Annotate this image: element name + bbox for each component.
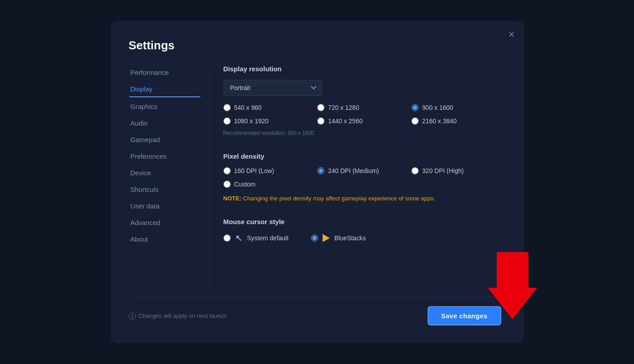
cursor-option-cur1[interactable]: ↖System default [223, 233, 289, 243]
resolution-label-r2: 720 x 1280 [328, 104, 359, 111]
mouse-cursor-section: Mouse cursor style ↖System defaultBlueSt… [223, 218, 501, 243]
resolution-option-r5[interactable]: 1440 x 2560 [317, 117, 407, 125]
info-icon: i [129, 312, 136, 320]
cursor-label-cur1: System default [247, 234, 289, 242]
bluestacks-cursor-icon [323, 234, 330, 242]
dpi-label-dpi4: Custom [234, 181, 256, 188]
cursor-options: ↖System defaultBlueStacks [223, 233, 501, 243]
sidebar-item-gamepad[interactable]: Gamepad [129, 132, 201, 147]
footer-note: i Changes will apply on next launch [129, 312, 227, 320]
dpi-option-dpi2[interactable]: 240 DPI (Medium) [317, 167, 407, 174]
resolution-dropdown[interactable]: PortraitLandscape [223, 80, 322, 96]
sidebar-item-device[interactable]: Device [129, 165, 201, 180]
dialog-title: Settings [129, 39, 501, 52]
display-resolution-title: Display resolution [223, 65, 501, 73]
dpi-option-dpi1[interactable]: 160 DPI (Low) [223, 167, 313, 174]
mouse-cursor-title: Mouse cursor style [223, 218, 501, 225]
recommendation-text: Recommended resolution: 900 x 1600 [223, 130, 501, 136]
resolution-option-r4[interactable]: 1080 x 1920 [223, 117, 313, 125]
sidebar-item-advanced[interactable]: Advanced [129, 215, 201, 230]
footer: i Changes will apply on next launch Save… [129, 297, 501, 325]
sidebar-item-audio[interactable]: Audio [129, 116, 201, 130]
resolution-label-r1: 540 x 960 [234, 104, 262, 111]
close-button[interactable]: × [509, 30, 515, 39]
pixel-density-note: NOTE: Changing the pixel density may aff… [223, 195, 501, 202]
sidebar-item-about[interactable]: About [129, 232, 201, 247]
resolution-option-r3[interactable]: 900 x 1600 [411, 104, 501, 111]
dpi-label-dpi2: 240 DPI (Medium) [328, 167, 379, 174]
resolution-option-r6[interactable]: 2160 x 3840 [411, 117, 501, 125]
footer-note-text: Changes will apply on next launch [139, 312, 227, 319]
dpi-radio-grid: 160 DPI (Low)240 DPI (Medium)320 DPI (Hi… [223, 167, 501, 188]
dpi-label-dpi1: 160 DPI (Low) [234, 167, 274, 174]
dpi-option-dpi3[interactable]: 320 DPI (High) [411, 167, 501, 174]
cursor-arrow-icon: ↖ [235, 233, 243, 243]
note-body: Changing the pixel density may affect ga… [241, 195, 435, 202]
dpi-option-dpi4[interactable]: Custom [223, 181, 313, 188]
main-content: Display resolution PortraitLandscape 540… [210, 65, 501, 297]
cursor-label-cur2: BlueStacks [334, 234, 366, 242]
sidebar: PerformanceDisplayGraphicsAudioGamepadPr… [129, 65, 210, 297]
resolution-option-r2[interactable]: 720 x 1280 [317, 104, 407, 111]
sidebar-item-user-data[interactable]: User data [129, 199, 201, 213]
sidebar-item-display[interactable]: Display [129, 82, 201, 97]
sidebar-item-performance[interactable]: Performance [129, 65, 201, 80]
display-resolution-section: Display resolution PortraitLandscape 540… [223, 65, 501, 136]
note-label: NOTE: [223, 195, 241, 202]
cursor-option-cur2[interactable]: BlueStacks [311, 234, 366, 242]
dpi-label-dpi3: 320 DPI (High) [422, 167, 464, 174]
save-changes-button[interactable]: Save changes [428, 306, 501, 325]
sidebar-item-graphics[interactable]: Graphics [129, 99, 201, 114]
resolution-option-r1[interactable]: 540 x 960 [223, 104, 313, 111]
resolution-label-r4: 1080 x 1920 [234, 117, 269, 125]
resolution-label-r3: 900 x 1600 [422, 104, 453, 111]
sidebar-item-preferences[interactable]: Preferences [129, 149, 201, 164]
resolution-label-r5: 1440 x 2560 [328, 117, 363, 125]
sidebar-item-shortcuts[interactable]: Shortcuts [129, 182, 201, 197]
resolution-label-r6: 2160 x 3840 [422, 117, 457, 125]
dropdown-wrap: PortraitLandscape [223, 80, 501, 96]
dialog-body: PerformanceDisplayGraphicsAudioGamepadPr… [129, 65, 501, 297]
pixel-density-title: Pixel density [223, 152, 501, 160]
pixel-density-section: Pixel density 160 DPI (Low)240 DPI (Medi… [223, 152, 501, 202]
settings-dialog: × Settings PerformanceDisplayGraphicsAud… [111, 21, 524, 343]
resolution-radio-grid: 540 x 960720 x 1280900 x 16001080 x 1920… [223, 104, 501, 125]
